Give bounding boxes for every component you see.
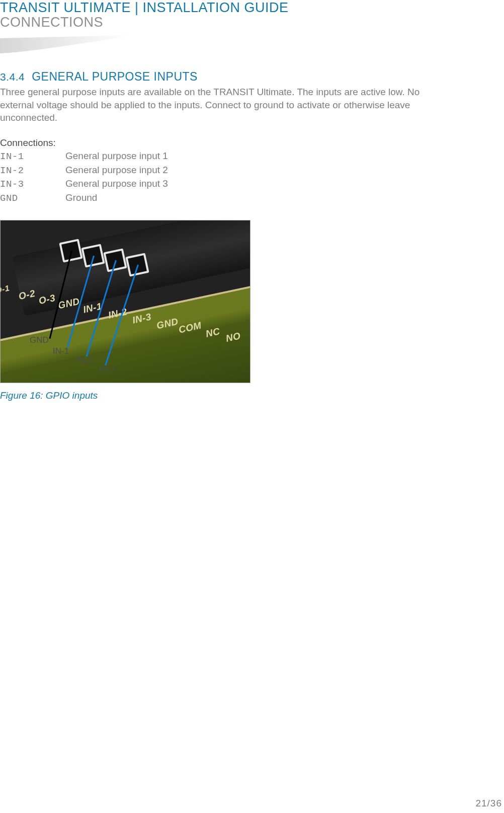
conn-code: IN-2 bbox=[0, 164, 65, 178]
section-paragraph: Three general purpose inputs are availab… bbox=[0, 86, 428, 124]
page-number: 21/36 bbox=[475, 798, 502, 809]
conn-desc: General purpose input 1 bbox=[65, 150, 168, 164]
wire-label-in1: IN-1 bbox=[53, 346, 69, 356]
conn-desc: General purpose input 2 bbox=[65, 164, 168, 178]
table-row: GND Ground bbox=[0, 191, 168, 205]
section-title: GENERAL PURPOSE INPUTS bbox=[32, 70, 198, 84]
conn-code: IN-1 bbox=[0, 150, 65, 164]
conn-code: GND bbox=[0, 191, 65, 205]
silkscreen-label: O-1 bbox=[0, 284, 11, 295]
wire-label-gnd: GND bbox=[30, 335, 49, 345]
section-number: 3.4.4 bbox=[0, 71, 25, 83]
table-row: IN-2 General purpose input 2 bbox=[0, 164, 168, 178]
connections-table: IN-1 General purpose input 1 IN-2 Genera… bbox=[0, 150, 168, 205]
wire-label-in2: IN-2 bbox=[76, 355, 92, 365]
table-row: IN-1 General purpose input 1 bbox=[0, 150, 168, 164]
document-title: TRANSIT ULTIMATE | INSTALLATION GUIDE bbox=[0, 0, 504, 16]
conn-desc: Ground bbox=[65, 191, 168, 205]
wire-label-in3: IN-3 bbox=[99, 364, 115, 375]
conn-desc: General purpose input 3 bbox=[65, 177, 168, 191]
figure-gpio-inputs: O-1 O-2 O-3 GND IN-1 IN-2 IN-3 GND COM N… bbox=[0, 220, 250, 383]
table-row: IN-3 General purpose input 3 bbox=[0, 177, 168, 191]
document-section: CONNECTIONS bbox=[0, 15, 504, 30]
figure-caption: Figure 16: GPIO inputs bbox=[0, 390, 504, 401]
connections-heading: Connections: bbox=[0, 137, 504, 149]
header-swoosh-icon bbox=[0, 35, 131, 53]
conn-code: IN-3 bbox=[0, 177, 65, 191]
